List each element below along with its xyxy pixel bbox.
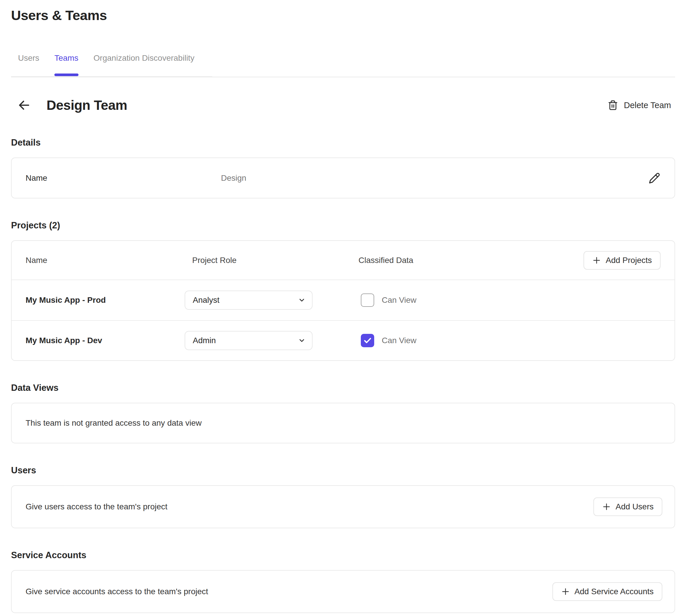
- back-button[interactable]: [17, 98, 31, 112]
- can-view-label: Can View: [382, 336, 416, 345]
- can-view-label: Can View: [382, 295, 416, 305]
- users-card: Give users access to the team's project …: [11, 485, 675, 528]
- details-heading: Details: [11, 136, 675, 149]
- project-role-select[interactable]: Admin: [185, 331, 313, 350]
- check-icon: [363, 336, 372, 345]
- add-users-label: Add Users: [616, 502, 654, 511]
- delete-team-label: Delete Team: [624, 101, 671, 110]
- tab-organization-discoverability[interactable]: Organization Discoverability: [93, 52, 194, 77]
- service-accounts-empty-text: Give service accounts access to the team…: [26, 587, 208, 596]
- pencil-icon: [649, 172, 660, 184]
- data-views-card: This team is not granted access to any d…: [11, 403, 675, 443]
- arrow-left-icon: [18, 98, 31, 112]
- users-heading: Users: [11, 464, 675, 477]
- project-name: My Music App - Dev: [26, 336, 185, 345]
- can-view-checkbox[interactable]: [361, 334, 374, 347]
- edit-name-button[interactable]: [647, 171, 662, 185]
- trash-icon: [608, 100, 618, 110]
- projects-table-header: Name Project Role Classified Data Add Pr…: [12, 241, 675, 280]
- project-role-value: Analyst: [193, 295, 219, 305]
- data-views-heading: Data Views: [11, 382, 675, 394]
- name-label: Name: [26, 174, 221, 183]
- project-role-select[interactable]: Analyst: [185, 290, 313, 310]
- check-icon: [363, 296, 372, 305]
- add-service-accounts-button[interactable]: Add Service Accounts: [552, 582, 662, 601]
- page-title: Users & Teams: [11, 6, 675, 24]
- tab-users[interactable]: Users: [18, 52, 39, 77]
- column-header-classified-data: Classified Data: [359, 256, 583, 265]
- page-divider: [11, 77, 675, 77]
- projects-table: Name Project Role Classified Data Add Pr…: [11, 240, 675, 361]
- add-users-button[interactable]: Add Users: [594, 498, 662, 516]
- column-header-name: Name: [26, 256, 185, 265]
- details-card: Name Design: [11, 157, 675, 198]
- data-views-empty-text: This team is not granted access to any d…: [26, 418, 201, 428]
- projects-heading: Projects (2): [11, 219, 675, 232]
- table-row: My Music App - Dev Admin: [12, 320, 675, 360]
- team-header: Design Team Delete Team: [11, 95, 675, 116]
- tab-teams[interactable]: Teams: [55, 52, 78, 77]
- can-view-checkbox[interactable]: [361, 293, 374, 307]
- plus-icon: [602, 502, 611, 511]
- plus-icon: [561, 587, 570, 596]
- column-header-project-role: Project Role: [185, 256, 359, 265]
- name-value: Design: [221, 174, 246, 183]
- service-accounts-card: Give service accounts access to the team…: [11, 570, 675, 613]
- users-teams-page: Users & Teams Users Teams Organization D…: [0, 0, 685, 616]
- chevron-down-icon: [298, 296, 305, 304]
- table-row: My Music App - Prod Analyst: [12, 280, 675, 320]
- project-name: My Music App - Prod: [26, 295, 185, 305]
- plus-icon: [592, 256, 601, 265]
- add-projects-label: Add Projects: [606, 256, 652, 265]
- tab-bar: Users Teams Organization Discoverability: [11, 52, 675, 77]
- add-service-accounts-label: Add Service Accounts: [575, 587, 654, 596]
- project-role-value: Admin: [193, 336, 216, 345]
- users-empty-text: Give users access to the team's project: [26, 502, 168, 511]
- team-title: Design Team: [46, 97, 127, 113]
- chevron-down-icon: [298, 337, 305, 344]
- delete-team-button[interactable]: Delete Team: [608, 100, 671, 110]
- service-accounts-heading: Service Accounts: [11, 549, 675, 562]
- add-projects-button[interactable]: Add Projects: [583, 251, 661, 270]
